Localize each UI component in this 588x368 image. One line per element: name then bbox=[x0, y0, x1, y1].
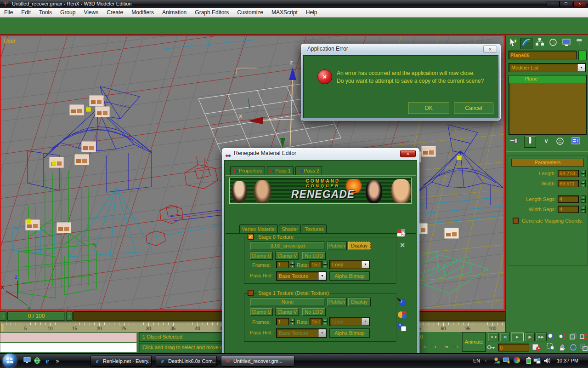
snap-toggle-icon[interactable]: ∩3 bbox=[418, 343, 427, 352]
maximize-button[interactable]: □ bbox=[560, 1, 572, 7]
stage1-clamp-u-button[interactable]: Clamp U bbox=[250, 308, 273, 316]
length-segs-field[interactable] bbox=[558, 196, 579, 203]
quick-launch-expand-icon[interactable]: » bbox=[53, 357, 62, 365]
error-dialog[interactable]: Application Error × × An error has occur… bbox=[301, 44, 501, 121]
menu-file[interactable]: File bbox=[0, 8, 17, 17]
frame-forward-button[interactable]: › bbox=[66, 311, 73, 321]
stage1-texture-button[interactable]: None bbox=[250, 298, 325, 306]
menu-animation[interactable]: Animation bbox=[158, 8, 191, 17]
stage1-frames-spinner[interactable]: ▲▼ bbox=[290, 318, 295, 325]
stage1-display-button[interactable]: Display bbox=[348, 298, 371, 306]
next-frame-icon[interactable]: |▶ bbox=[525, 333, 535, 341]
zoom-extents-all-icon[interactable] bbox=[580, 333, 588, 341]
zoom-all-icon[interactable] bbox=[558, 333, 567, 341]
pan-icon[interactable] bbox=[558, 343, 567, 352]
object-color-swatch[interactable] bbox=[578, 51, 587, 60]
stage0-no-lod-button[interactable]: No LOD bbox=[302, 252, 326, 260]
sync-material-icon[interactable] bbox=[396, 297, 408, 308]
stage0-alpha-bitmap-button[interactable]: Alpha Bitmap bbox=[329, 271, 370, 281]
stage1-checkbox[interactable] bbox=[248, 290, 254, 296]
menu-edit[interactable]: Edit bbox=[17, 8, 35, 17]
ok-button[interactable]: OK bbox=[408, 103, 449, 114]
stage0-publish-button[interactable]: Publish bbox=[327, 242, 347, 250]
chevron-down-icon[interactable]: ▼ bbox=[577, 64, 585, 71]
play-icon[interactable]: ▶ bbox=[511, 333, 524, 341]
stage0-checkbox[interactable]: ✓ bbox=[248, 234, 254, 240]
width-spinner[interactable]: ▲▼ bbox=[581, 180, 586, 187]
material-spheres-icon[interactable] bbox=[396, 310, 408, 321]
tab-vertex-material[interactable]: Vertex Material bbox=[239, 224, 278, 234]
zoom-extents-icon[interactable] bbox=[569, 333, 578, 341]
tray-expand-icon[interactable]: ‹ bbox=[485, 358, 486, 363]
modifier-stack[interactable]: Plane bbox=[509, 75, 587, 135]
region-zoom-icon[interactable] bbox=[547, 343, 556, 352]
frame-back-button[interactable]: ‹ bbox=[0, 311, 6, 321]
menu-customize[interactable]: Customize bbox=[233, 8, 267, 17]
tab-pass-2[interactable]: Pass 2 bbox=[295, 166, 322, 175]
tab-textures[interactable]: Textures bbox=[302, 224, 327, 234]
length-spinner[interactable]: ▲▼ bbox=[581, 170, 586, 177]
menu-graph-editors[interactable]: Graph Editors bbox=[191, 8, 233, 17]
close-button[interactable]: × bbox=[573, 1, 586, 7]
previous-frame-icon[interactable]: ◄| bbox=[500, 333, 510, 341]
stage0-pass-hint-dropdown[interactable]: Base Texture▼ bbox=[276, 271, 327, 281]
menu-maxscript[interactable]: MAXScript bbox=[267, 8, 302, 17]
menu-group[interactable]: Group bbox=[56, 8, 79, 17]
stage0-clamp-v-button[interactable]: Clamp V bbox=[275, 252, 299, 260]
arc-rotate-icon[interactable] bbox=[569, 343, 578, 352]
tab-utilities-icon[interactable] bbox=[573, 38, 586, 49]
stage0-texture-button[interactable]: (L02_snow.tga) bbox=[250, 242, 325, 250]
go-to-end-icon[interactable]: ▶▶ bbox=[536, 333, 547, 341]
stage1-rate-field[interactable] bbox=[310, 318, 322, 325]
minimize-button[interactable]: ‒ bbox=[547, 1, 560, 7]
volume-icon[interactable] bbox=[543, 357, 551, 365]
generate-mapping-checkbox[interactable] bbox=[513, 218, 519, 224]
percent-snap-icon[interactable]: ∩% bbox=[440, 343, 449, 352]
object-name-field[interactable] bbox=[509, 51, 577, 59]
cancel-button[interactable]: Cancel bbox=[454, 103, 493, 114]
stage0-frames-spinner[interactable]: ▲▼ bbox=[290, 261, 295, 268]
material-editor-dialog[interactable]: Renegade Material Editor × Properties Pa… bbox=[222, 148, 419, 368]
texture-picker-icon[interactable] bbox=[396, 228, 408, 239]
go-to-start-icon[interactable]: ◄◄ bbox=[488, 333, 499, 341]
modifier-stack-selected-row[interactable]: Plane bbox=[509, 75, 586, 83]
collapse-icon[interactable]: - bbox=[514, 159, 516, 166]
maxscript-mini-listener-pink[interactable] bbox=[0, 333, 137, 342]
tab-display-icon[interactable] bbox=[560, 38, 573, 49]
remove-modifier-icon[interactable] bbox=[554, 137, 565, 146]
tab-motion-icon[interactable] bbox=[547, 38, 560, 49]
min-max-toggle-icon[interactable] bbox=[580, 343, 588, 352]
maxscript-mini-listener-white[interactable] bbox=[0, 343, 137, 352]
chevron-down-icon[interactable]: ▼ bbox=[318, 272, 326, 280]
zoom-icon[interactable] bbox=[547, 333, 556, 341]
delete-texture-icon[interactable]: × bbox=[396, 240, 408, 251]
stage0-frames-field[interactable] bbox=[276, 261, 289, 268]
length-segs-spinner[interactable]: ▲▼ bbox=[581, 196, 586, 203]
layered-textures-icon[interactable] bbox=[396, 322, 408, 333]
stage1-clamp-v-button[interactable]: Clamp V bbox=[275, 308, 299, 316]
time-configuration-icon[interactable] bbox=[532, 343, 542, 352]
angle-snap-icon[interactable]: ∩∠ bbox=[429, 343, 438, 352]
current-frame-field[interactable] bbox=[498, 344, 529, 351]
viewport-label[interactable]: User bbox=[4, 38, 16, 44]
tab-create-icon[interactable] bbox=[507, 38, 520, 49]
menu-modifiers[interactable]: Modifiers bbox=[127, 8, 158, 17]
close-icon[interactable]: × bbox=[400, 150, 416, 157]
tab-shader[interactable]: Shader bbox=[279, 224, 301, 234]
tab-pass-1[interactable]: Pass 1 bbox=[267, 166, 294, 175]
animate-button[interactable]: Animate bbox=[462, 332, 486, 352]
title-bar[interactable]: Ψ Untitled_recover.gmax - RenX - W3D Mod… bbox=[0, 0, 588, 8]
security-tray-icon[interactable] bbox=[503, 357, 511, 365]
chevron-down-icon[interactable]: ▼ bbox=[362, 261, 369, 268]
battery-icon[interactable] bbox=[525, 357, 533, 365]
taskbar-task-3[interactable]: ΨUntitled_recover.gm... bbox=[221, 355, 294, 367]
updates-tray-icon[interactable] bbox=[513, 357, 521, 365]
stage1-alpha-bitmap-button[interactable]: Alpha Bitmap bbox=[329, 328, 370, 338]
menu-tools[interactable]: Tools bbox=[35, 8, 56, 17]
tab-modify-icon[interactable] bbox=[520, 38, 533, 49]
width-segs-spinner[interactable]: ▲▼ bbox=[581, 206, 586, 213]
taskbar-task-1[interactable]: eRenHelp.net - Every... bbox=[90, 355, 152, 367]
key-mode-icon[interactable] bbox=[487, 343, 496, 352]
network-icon[interactable] bbox=[533, 357, 541, 365]
pin-stack-icon[interactable] bbox=[509, 137, 520, 146]
